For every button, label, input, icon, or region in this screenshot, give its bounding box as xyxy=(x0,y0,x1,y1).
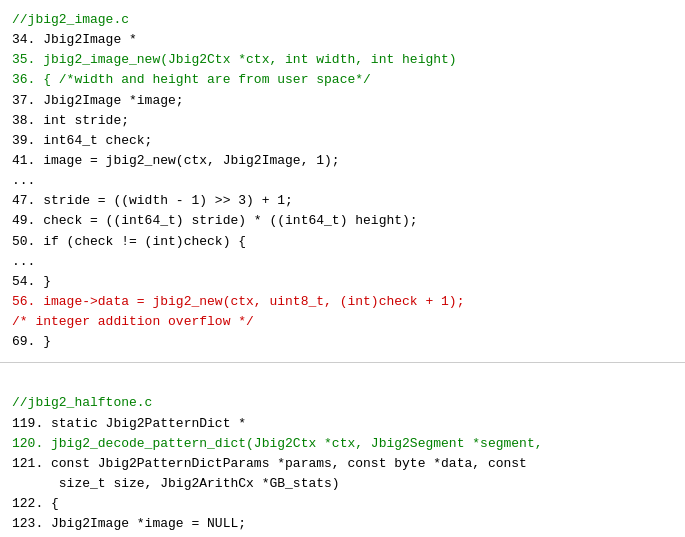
section-1: //jbig2_image.c 34. Jbig2Image * 35. jbi… xyxy=(0,0,685,363)
line-s1l11: 49. check = ((int64_t) stride) * ((int64… xyxy=(12,211,673,231)
line-s1l10: 47. stride = ((width - 1) >> 3) + 1; xyxy=(12,191,673,211)
line-s1l16: /* integer addition overflow */ xyxy=(12,312,673,332)
line-s2l2: 119. static Jbig2PatternDict * xyxy=(12,414,673,434)
line-s2l7: 123. Jbig2Image *image = NULL; xyxy=(12,514,673,534)
line-s1l3: 35. jbig2_image_new(Jbig2Ctx *ctx, int w… xyxy=(12,50,673,70)
line-s1l13: ... xyxy=(12,252,673,272)
line-s1l14: 54. } xyxy=(12,272,673,292)
section-2: //jbig2_halftone.c 119. static Jbig2Patt… xyxy=(0,383,685,537)
line-s1l17: 69. } xyxy=(12,332,673,352)
line-s2l3: 120. jbig2_decode_pattern_dict(Jbig2Ctx … xyxy=(12,434,673,454)
line-s2l1: //jbig2_halftone.c xyxy=(12,393,673,413)
line-s1l1: //jbig2_image.c xyxy=(12,10,673,30)
line-s1l6: 38. int stride; xyxy=(12,111,673,131)
line-s1l4: 36. { /*width and height are from user s… xyxy=(12,70,673,90)
code-viewer: //jbig2_image.c 34. Jbig2Image * 35. jbi… xyxy=(0,0,685,537)
line-s1l5: 37. Jbig2Image *image; xyxy=(12,91,673,111)
line-s2l5: size_t size, Jbig2ArithCx *GB_stats) xyxy=(12,474,673,494)
line-s2l4: 121. const Jbig2PatternDictParams *param… xyxy=(12,454,673,474)
line-s1l15: 56. image->data = jbig2_new(ctx, uint8_t… xyxy=(12,292,673,312)
line-s1l8: 41. image = jbig2_new(ctx, Jbig2Image, 1… xyxy=(12,151,673,171)
line-s1l2: 34. Jbig2Image * xyxy=(12,30,673,50)
line-s1l12: 50. if (check != (int)check) { xyxy=(12,232,673,252)
line-s1l7: 39. int64_t check; xyxy=(12,131,673,151)
line-s2l6: 122. { xyxy=(12,494,673,514)
spacer xyxy=(0,363,685,383)
line-s1l9: ... xyxy=(12,171,673,191)
